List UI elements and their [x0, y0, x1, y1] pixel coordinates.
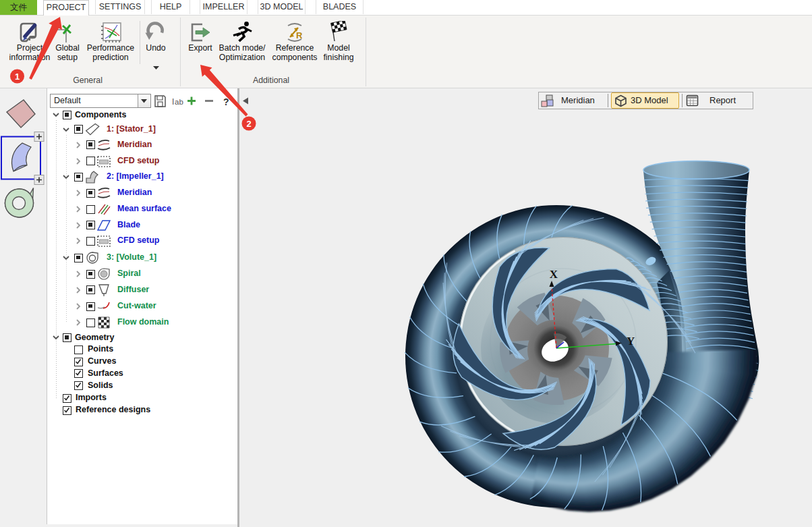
svg-text:X: X [550, 268, 558, 281]
svg-text:R: R [296, 30, 303, 40]
svg-text:ab: ab [175, 98, 183, 106]
svg-text:Y: Y [627, 335, 635, 348]
svg-text:?: ? [223, 96, 229, 107]
svg-text:I: I [172, 97, 174, 107]
